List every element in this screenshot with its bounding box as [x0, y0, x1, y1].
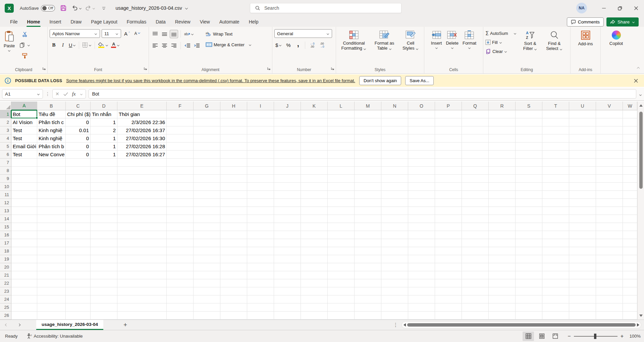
cell-N14[interactable] [381, 215, 408, 223]
cell-L18[interactable] [328, 247, 355, 255]
cell-Q12[interactable] [462, 199, 489, 207]
name-box[interactable]: A1 [2, 89, 43, 99]
clipboard-dialog-launcher[interactable] [42, 66, 46, 72]
cell-styles-button[interactable]: Cell Styles [399, 29, 422, 52]
cell-C3[interactable]: 0.01 [66, 126, 91, 134]
comments-button[interactable]: Comments [567, 17, 604, 26]
cell-B5[interactable]: Phân tích b [37, 142, 66, 151]
cell-V10[interactable] [596, 183, 623, 191]
cell-R19[interactable] [489, 255, 516, 263]
cell-F21[interactable] [167, 271, 194, 279]
orientation-button[interactable]: ab [183, 30, 195, 38]
cell-U7[interactable] [569, 159, 596, 167]
cell-M6[interactable] [355, 151, 381, 159]
cell-V21[interactable] [596, 271, 623, 279]
cell-E4[interactable]: 27/02/2026 16:30 [117, 134, 167, 142]
cell-R2[interactable] [489, 118, 516, 126]
cell-D1[interactable]: Tin nhắn [91, 110, 117, 118]
cell-I21[interactable] [247, 271, 274, 279]
cell-R23[interactable] [489, 287, 516, 295]
cell-Q16[interactable] [462, 231, 489, 239]
cell-B9[interactable] [37, 175, 66, 183]
cell-T13[interactable] [542, 207, 569, 215]
cell-A25[interactable] [11, 303, 37, 311]
cell-M2[interactable] [355, 118, 381, 126]
cell-H2[interactable] [220, 118, 247, 126]
cell-V20[interactable] [596, 263, 623, 271]
cell-G24[interactable] [194, 295, 220, 303]
cell-H10[interactable] [220, 183, 247, 191]
cell-V24[interactable] [596, 295, 623, 303]
cell-T18[interactable] [542, 247, 569, 255]
cell-S6[interactable] [516, 151, 542, 159]
cell-T19[interactable] [542, 255, 569, 263]
cell-N6[interactable] [381, 151, 408, 159]
cell-E18[interactable] [117, 247, 167, 255]
cell-N24[interactable] [381, 295, 408, 303]
cell-R15[interactable] [489, 223, 516, 231]
cell-F23[interactable] [167, 287, 194, 295]
cell-P17[interactable] [435, 239, 462, 247]
horizontal-scrollbar-thumb[interactable] [407, 323, 636, 327]
cell-L23[interactable] [328, 287, 355, 295]
cell-I14[interactable] [247, 215, 274, 223]
cell-O6[interactable] [408, 151, 435, 159]
cell-M18[interactable] [355, 247, 381, 255]
cell-A16[interactable] [11, 231, 37, 239]
cell-M10[interactable] [355, 183, 381, 191]
cell-U9[interactable] [569, 175, 596, 183]
cell-G12[interactable] [194, 199, 220, 207]
cell-O14[interactable] [408, 215, 435, 223]
cell-F1[interactable] [167, 110, 194, 118]
cell-V26[interactable] [596, 311, 623, 320]
cell-D2[interactable]: 1 [91, 118, 117, 126]
font-name-select[interactable]: Aptos Narrow [50, 29, 100, 38]
align-left-button[interactable] [151, 41, 159, 50]
cell-H6[interactable] [220, 151, 247, 159]
cell-E12[interactable] [117, 199, 167, 207]
cell-E19[interactable] [117, 255, 167, 263]
copilot-button[interactable]: Copilot [603, 29, 630, 47]
cut-button[interactable] [18, 30, 31, 39]
cell-S20[interactable] [516, 263, 542, 271]
cell-G10[interactable] [194, 183, 220, 191]
cell-B8[interactable] [37, 167, 66, 175]
cell-B12[interactable] [37, 199, 66, 207]
cell-Q15[interactable] [462, 223, 489, 231]
cell-F25[interactable] [167, 303, 194, 311]
cell-J5[interactable] [274, 142, 301, 151]
cell-W1[interactable] [623, 110, 637, 118]
cell-B1[interactable]: Tiêu đề [37, 110, 66, 118]
column-header-L[interactable]: L [328, 102, 355, 110]
cell-N3[interactable] [381, 126, 408, 134]
cell-B6[interactable]: New Conve [37, 151, 66, 159]
cell-O21[interactable] [408, 271, 435, 279]
tab-home[interactable]: Home [22, 17, 45, 27]
cell-G13[interactable] [194, 207, 220, 215]
borders-button[interactable] [81, 41, 93, 49]
cell-E7[interactable] [117, 159, 167, 167]
autosave-toggle[interactable]: AutoSave Off [20, 5, 55, 11]
cell-V12[interactable] [596, 199, 623, 207]
cell-B19[interactable] [37, 255, 66, 263]
cell-Q7[interactable] [462, 159, 489, 167]
cell-M22[interactable] [355, 279, 381, 287]
cell-K21[interactable] [301, 271, 328, 279]
cell-M19[interactable] [355, 255, 381, 263]
cell-R6[interactable] [489, 151, 516, 159]
cell-M21[interactable] [355, 271, 381, 279]
orientation-dropdown-icon[interactable] [191, 33, 194, 35]
column-header-F[interactable]: F [167, 102, 194, 110]
column-header-D[interactable]: D [91, 102, 117, 110]
cell-S17[interactable] [516, 239, 542, 247]
document-title[interactable]: usage_history_2026-03-04.csv [115, 5, 188, 11]
previous-sheet-button[interactable] [0, 324, 13, 326]
cell-A18[interactable] [11, 247, 37, 255]
cell-R20[interactable] [489, 263, 516, 271]
column-header-G[interactable]: G [194, 102, 220, 110]
cell-Q14[interactable] [462, 215, 489, 223]
cell-E2[interactable]: 2/3/2026 22:36 [117, 118, 167, 126]
cell-E10[interactable] [117, 183, 167, 191]
increase-decimal-button[interactable]: .00→0 [318, 41, 326, 49]
cell-Q25[interactable] [462, 303, 489, 311]
